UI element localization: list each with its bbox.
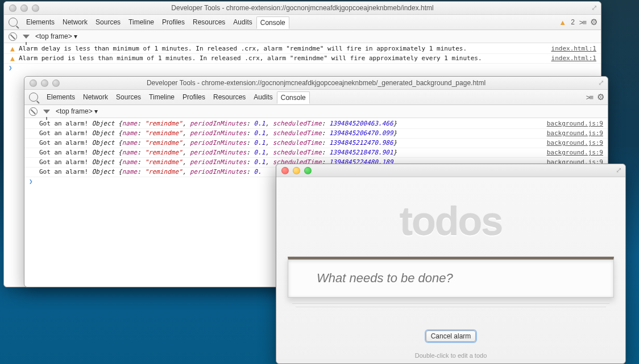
cancel-alarm-button[interactable]: Cancel alarm: [426, 330, 476, 342]
filter-icon[interactable]: [43, 110, 50, 114]
search-icon[interactable]: [29, 93, 38, 102]
source-link[interactable]: background.js:9: [547, 129, 603, 138]
source-link[interactable]: index.html:1: [551, 54, 596, 63]
devtools-tabs: ElementsNetworkSourcesTimelineProfilesRe…: [4, 15, 601, 30]
tab-elements[interactable]: Elements: [22, 16, 59, 28]
devtools-tabs: ElementsNetworkSourcesTimelineProfilesRe…: [24, 90, 608, 105]
tab-sources[interactable]: Sources: [112, 91, 145, 103]
frame-selector[interactable]: <top frame> ▾: [35, 32, 77, 40]
warning-badge-icon[interactable]: ▲: [559, 18, 566, 27]
log-message: Got an alarm! Object {name: "remindme", …: [39, 129, 542, 138]
tab-profiles[interactable]: Profiles: [158, 16, 189, 28]
app-body: todos Cancel alarm Double-click to edit …: [276, 177, 625, 359]
zoom-icon[interactable]: [52, 80, 60, 87]
console-row: Got an alarm! Object {name: "remindme", …: [24, 119, 608, 129]
tab-timeline[interactable]: Timeline: [125, 16, 158, 28]
close-icon[interactable]: [9, 5, 16, 12]
frame-selector[interactable]: <top frame> ▾: [56, 107, 98, 115]
tab-resources[interactable]: Resources: [209, 91, 250, 103]
traffic-lights: [24, 80, 60, 87]
settings-gear-icon[interactable]: ⚙: [590, 17, 597, 27]
log-message: Alarm period is less than minimum of 1 m…: [19, 54, 547, 63]
tab-elements[interactable]: Elements: [43, 91, 79, 103]
traffic-lights: [276, 167, 312, 174]
tab-profiles[interactable]: Profiles: [179, 91, 209, 103]
console-output: ▲Alarm delay is less than minimum of 1 m…: [4, 43, 601, 73]
console-row: ▲Alarm delay is less than minimum of 1 m…: [4, 44, 601, 54]
source-link[interactable]: background.js:9: [547, 139, 603, 148]
window-title: Developer Tools - chrome-extension://goc…: [24, 79, 608, 87]
todo-card: [288, 257, 614, 298]
close-icon[interactable]: [30, 80, 37, 87]
traffic-lights: [4, 5, 39, 12]
source-link[interactable]: index.html:1: [551, 44, 596, 53]
console-prompt[interactable]: ❯: [4, 64, 601, 73]
expand-icon[interactable]: ⤢: [616, 166, 622, 174]
tab-timeline[interactable]: Timeline: [145, 91, 179, 103]
console-filter-bar: <top frame> ▾: [24, 105, 608, 118]
console-filter-bar: <top frame> ▾: [4, 30, 601, 43]
expand-icon[interactable]: ⤢: [598, 78, 604, 87]
close-icon[interactable]: [281, 167, 289, 174]
log-message: Got an alarm! Object {name: "remindme", …: [39, 119, 542, 128]
titlebar[interactable]: Developer Tools - chrome-extension://goc…: [4, 2, 601, 15]
tab-audits[interactable]: Audits: [250, 91, 276, 103]
filter-icon[interactable]: [23, 35, 30, 39]
log-message: Alarm delay is less than minimum of 1 mi…: [19, 44, 547, 53]
console-row: ▲Alarm period is less than minimum of 1 …: [4, 54, 601, 64]
source-link[interactable]: background.js:9: [547, 119, 603, 128]
window-title: Developer Tools - chrome-extension://goc…: [4, 4, 601, 12]
todos-app-window: ⤢ todos Cancel alarm Double-click to edi…: [276, 164, 626, 364]
minimize-icon[interactable]: [293, 167, 300, 174]
titlebar[interactable]: Developer Tools - chrome-extension://goc…: [24, 77, 608, 90]
console-row: Got an alarm! Object {name: "remindme", …: [24, 129, 608, 139]
minimize-icon[interactable]: [20, 5, 28, 12]
titlebar[interactable]: ⤢: [276, 164, 625, 177]
tab-network[interactable]: Network: [79, 91, 112, 103]
tab-sources[interactable]: Sources: [92, 16, 125, 28]
zoom-icon[interactable]: [304, 167, 312, 174]
drawer-toggle-icon[interactable]: >≡: [586, 93, 592, 102]
expand-icon[interactable]: ⤢: [591, 3, 597, 12]
clear-console-icon[interactable]: [29, 107, 38, 116]
warning-count: 2: [571, 18, 575, 26]
zoom-icon[interactable]: [32, 5, 39, 12]
warning-icon: ▲: [9, 54, 16, 63]
tab-resources[interactable]: Resources: [189, 16, 229, 28]
hint-text: Double-click to edit a todo: [276, 352, 625, 359]
source-link[interactable]: background.js:9: [547, 148, 603, 157]
settings-gear-icon[interactable]: ⚙: [597, 92, 604, 102]
tab-network[interactable]: Network: [59, 16, 92, 28]
new-todo-input[interactable]: [288, 260, 613, 297]
tab-console[interactable]: Console: [256, 16, 289, 29]
console-row: Got an alarm! Object {name: "remindme", …: [24, 139, 608, 148]
tab-console[interactable]: Console: [277, 91, 310, 104]
tab-audits[interactable]: Audits: [229, 16, 256, 28]
search-icon[interactable]: [9, 18, 18, 27]
app-heading: todos: [276, 199, 625, 244]
warning-icon: ▲: [9, 44, 16, 53]
minimize-icon[interactable]: [41, 80, 48, 87]
log-message: Got an alarm! Object {name: "remindme", …: [39, 148, 542, 157]
console-row: Got an alarm! Object {name: "remindme", …: [24, 148, 608, 158]
drawer-toggle-icon[interactable]: >≡: [579, 18, 586, 27]
clear-console-icon[interactable]: [9, 32, 17, 41]
log-message: Got an alarm! Object {name: "remindme", …: [39, 139, 542, 148]
